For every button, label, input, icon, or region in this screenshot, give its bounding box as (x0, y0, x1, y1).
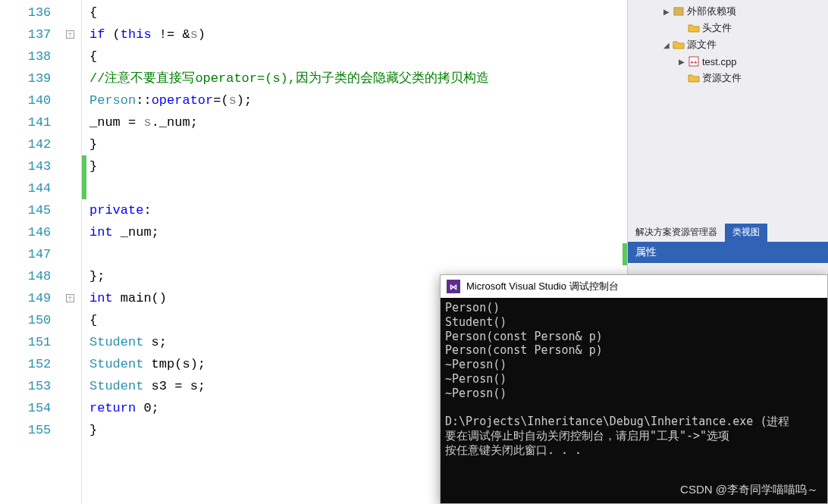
panel-tabs: 解决方案资源管理器 类视图 (628, 224, 828, 242)
line-number: 138 (0, 45, 81, 67)
svg-text:++: ++ (690, 59, 698, 66)
tree-item-label: 外部依赖项 (687, 5, 736, 18)
line-number: 140 (0, 89, 81, 111)
line-number: 149− (0, 287, 81, 309)
line-number: 141 (0, 111, 81, 133)
line-number: 142 (0, 133, 81, 155)
line-number: 147 (0, 243, 81, 265)
console-output[interactable]: Person() Student() Person(const Person& … (441, 298, 827, 503)
line-number: 137− (0, 23, 81, 45)
line-number: 153 (0, 375, 81, 397)
console-titlebar[interactable]: ⋈ Microsoft Visual Studio 调试控制台 (441, 275, 827, 298)
console-title-text: Microsoft Visual Studio 调试控制台 (466, 280, 619, 293)
tree-item-label: 头文件 (702, 21, 732, 35)
line-number: 151 (0, 331, 81, 353)
code-line[interactable] (89, 243, 627, 265)
expand-arrow-icon[interactable]: ◢ (661, 41, 672, 49)
svg-rect-0 (674, 8, 683, 15)
code-line[interactable]: { (89, 45, 627, 67)
tree-item[interactable]: 资源文件 (631, 70, 825, 86)
code-line[interactable]: } (89, 155, 627, 177)
line-number: 155 (0, 419, 81, 441)
expand-arrow-icon[interactable]: ▶ (676, 58, 687, 66)
tree-item[interactable]: ▶外部依赖项 (631, 3, 825, 20)
folder-icon (687, 72, 701, 84)
watermark: CSDN @李奇同学喵喵呜～ (680, 483, 818, 497)
code-line[interactable]: if (this != &s) (89, 23, 627, 45)
line-number: 136 (0, 2, 81, 23)
line-number: 154 (0, 397, 81, 419)
code-line[interactable]: _num = s._num; (89, 111, 627, 133)
line-number: 143 (0, 155, 81, 177)
code-line[interactable]: } (89, 133, 627, 155)
line-number: 148 (0, 265, 81, 287)
code-line[interactable]: //注意不要直接写operator=(s),因为子类的会隐藏父类的拷贝构造 (89, 67, 627, 89)
line-number: 152 (0, 353, 81, 375)
tree-item-label: 资源文件 (702, 71, 742, 85)
tree-item[interactable]: ▶++test.cpp (631, 53, 825, 70)
dep-icon (672, 5, 685, 17)
folder-icon (687, 22, 701, 34)
tree-item[interactable]: ◢源文件 (631, 36, 825, 53)
tree-item-label: 源文件 (687, 38, 717, 52)
debug-console-window[interactable]: ⋈ Microsoft Visual Studio 调试控制台 Person()… (440, 274, 828, 504)
tree-item-label: test.cpp (702, 56, 737, 67)
line-number: 146 (0, 221, 81, 243)
properties-header[interactable]: 属性 (628, 242, 828, 263)
line-number: 150 (0, 309, 81, 331)
code-line[interactable]: { (89, 2, 627, 23)
gutter[interactable]: 136137−138139140141142143144145146147148… (0, 0, 82, 504)
line-number: 139 (0, 67, 81, 89)
expand-arrow-icon[interactable]: ▶ (661, 8, 672, 16)
folder-icon (672, 39, 685, 51)
solution-tree[interactable]: ▶外部依赖项头文件◢源文件▶++test.cpp资源文件 (628, 0, 828, 224)
tree-item[interactable]: 头文件 (631, 20, 825, 36)
code-line[interactable] (89, 177, 627, 199)
code-line[interactable]: Person::operator=(s); (89, 89, 627, 111)
line-number: 144 (0, 177, 81, 199)
code-line[interactable]: private: (89, 199, 627, 221)
tab-solution-explorer[interactable]: 解决方案资源管理器 (628, 224, 725, 242)
vs-icon: ⋈ (447, 280, 460, 293)
cpp-icon: ++ (687, 55, 701, 67)
tab-class-view[interactable]: 类视图 (725, 224, 767, 242)
line-number: 145 (0, 199, 81, 221)
code-line[interactable]: int _num; (89, 221, 627, 243)
